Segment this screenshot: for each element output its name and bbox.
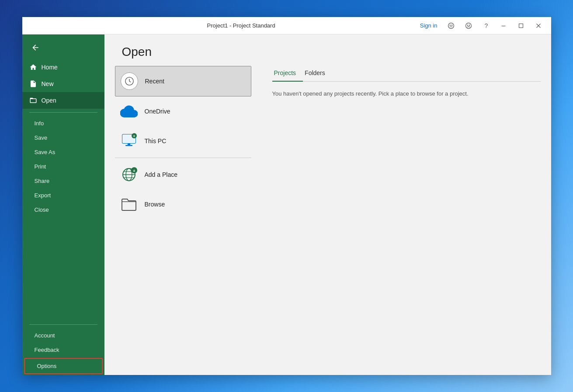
location-onedrive-label: OneDrive — [145, 108, 170, 115]
sidebar-item-save[interactable]: Save — [22, 131, 104, 145]
sidebar-item-new[interactable]: New — [22, 76, 104, 92]
onedrive-icon — [120, 103, 138, 120]
new-label: New — [42, 80, 54, 87]
svg-point-4 — [468, 25, 468, 25]
svg-rect-7 — [519, 24, 523, 28]
location-browse[interactable]: Browse — [115, 189, 251, 219]
location-thispc[interactable]: + This PC — [115, 126, 251, 156]
sidebar-item-account[interactable]: Account — [22, 328, 104, 343]
minimize-button[interactable] — [497, 20, 510, 32]
sidebar-item-save-as[interactable]: Save As — [22, 145, 104, 159]
sidebar-item-feedback[interactable]: Feedback — [22, 343, 104, 357]
sidebar-divider-bottom — [29, 324, 97, 325]
maximize-button[interactable] — [514, 20, 528, 32]
location-addaplace-label: Add a Place — [145, 171, 178, 178]
window-title: Project1 - Project Standard — [207, 22, 275, 29]
svg-point-2 — [452, 25, 452, 25]
svg-point-5 — [469, 25, 470, 25]
app-body: Home New Open Info Save Save As Print — [22, 34, 551, 375]
home-label: Home — [42, 64, 58, 71]
page-title: Open — [122, 45, 534, 59]
content-area: Recent OneDrive — [104, 66, 551, 375]
main-content: Open — [104, 34, 551, 375]
svg-point-3 — [466, 23, 472, 28]
sidebar-item-close[interactable]: Close — [22, 203, 104, 217]
open-label: Open — [42, 97, 56, 104]
svg-rect-14 — [125, 145, 132, 146]
locations-divider — [115, 158, 251, 158]
main-window: Project1 - Project Standard Sign in — [22, 17, 551, 375]
location-recent-label: Recent — [145, 78, 164, 85]
sidebar-divider-top — [29, 112, 97, 113]
locations-panel: Recent OneDrive — [104, 66, 262, 375]
sign-in-link[interactable]: Sign in — [420, 22, 438, 29]
location-onedrive[interactable]: OneDrive — [115, 96, 251, 126]
svg-point-1 — [450, 25, 451, 25]
page-header: Open — [104, 34, 551, 66]
tab-projects[interactable]: Projects — [272, 66, 303, 82]
sidebar-item-print[interactable]: Print — [22, 159, 104, 174]
smiley-icon[interactable] — [444, 20, 458, 32]
location-thispc-label: This PC — [145, 138, 167, 144]
title-bar-controls: Sign in ? — [420, 20, 546, 32]
sidebar-item-info[interactable]: Info — [22, 116, 104, 131]
svg-text:+: + — [133, 134, 135, 138]
svg-rect-6 — [502, 26, 506, 26]
browse-icon — [120, 196, 138, 213]
svg-point-0 — [448, 23, 454, 28]
sidebar-bottom: Account Feedback Options — [22, 321, 104, 375]
location-recent[interactable]: Recent — [115, 66, 251, 96]
help-icon[interactable]: ? — [479, 20, 493, 32]
sidebar-item-export[interactable]: Export — [22, 188, 104, 203]
svg-text:+: + — [133, 168, 135, 173]
sidebar: Home New Open Info Save Save As Print — [22, 34, 104, 375]
sad-icon[interactable] — [462, 20, 476, 32]
tab-folders[interactable]: Folders — [303, 66, 332, 82]
title-bar: Project1 - Project Standard Sign in — [22, 17, 551, 34]
thispc-icon: + — [120, 132, 138, 150]
addaplace-icon: + — [120, 166, 138, 183]
back-button[interactable] — [28, 40, 43, 55]
right-panel: Projects Folders You haven't opened any … — [262, 66, 551, 375]
clock-icon — [121, 72, 138, 90]
close-button[interactable] — [531, 20, 545, 32]
sidebar-item-home[interactable]: Home — [22, 59, 104, 76]
sidebar-item-options[interactable]: Options — [24, 358, 103, 374]
empty-message: You haven't opened any projects recently… — [272, 90, 541, 97]
sidebar-item-open[interactable]: Open — [22, 92, 104, 109]
location-browse-label: Browse — [145, 201, 165, 208]
sidebar-item-share[interactable]: Share — [22, 174, 104, 188]
tabs-bar: Projects Folders — [272, 66, 541, 82]
location-addaplace[interactable]: + Add a Place — [115, 160, 251, 189]
